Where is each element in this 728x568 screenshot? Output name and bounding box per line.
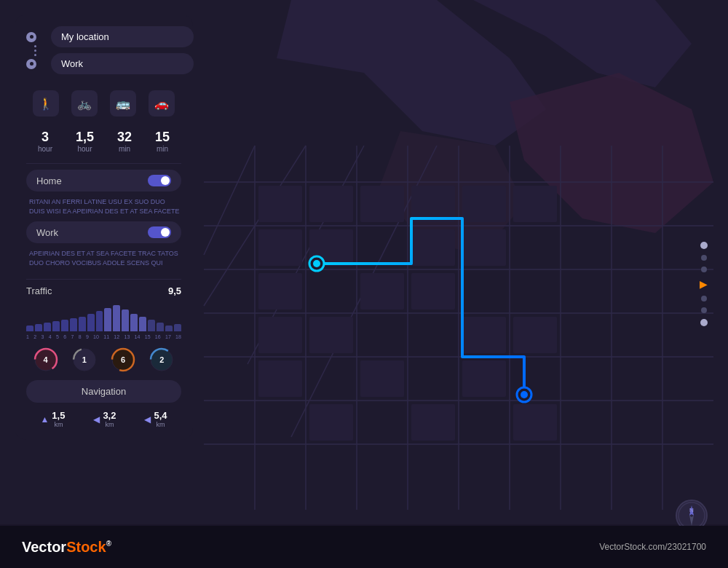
svg-rect-39 xyxy=(309,317,353,353)
dest-dot xyxy=(26,59,36,69)
bar-11 xyxy=(113,305,120,331)
walk-btn[interactable]: 🚶 xyxy=(33,90,59,117)
svg-text:N: N xyxy=(689,507,694,513)
duration-bus: 32 min xyxy=(117,130,132,153)
location-inputs-wrapper xyxy=(26,26,181,74)
bar-3 xyxy=(44,323,51,331)
circle-item-0: 4 xyxy=(33,347,59,373)
bar-label-15: 15 xyxy=(145,334,151,339)
traffic-row: Traffic 9,5 xyxy=(26,285,181,296)
bar-label-4: 4 xyxy=(49,334,52,339)
svg-rect-43 xyxy=(360,360,404,397)
side-dot-2[interactable] xyxy=(701,267,707,272)
bike-btn[interactable]: 🚲 xyxy=(71,90,98,117)
home-subtext: RITANI AN FERRI LATINE USU EX SUO DUO DU… xyxy=(26,196,181,221)
duration-bike: 1,5 hour xyxy=(76,130,94,153)
work-toggle-label: Work xyxy=(36,227,148,238)
duration-val-car: 15 xyxy=(155,130,170,145)
bar-4 xyxy=(52,321,60,331)
home-toggle-switch[interactable] xyxy=(148,175,171,186)
bar-7 xyxy=(79,317,86,331)
bar-8 xyxy=(87,314,95,331)
connector-dot-2 xyxy=(34,50,36,52)
svg-rect-46 xyxy=(411,404,455,441)
side-dot-0[interactable] xyxy=(700,242,708,249)
origin-dot xyxy=(26,32,36,42)
circle-item-2: 6 xyxy=(110,347,136,373)
duration-unit-bus: min xyxy=(117,145,132,153)
nav-dist-info-0: 1,5 km xyxy=(52,410,65,428)
bus-btn[interactable]: 🚌 xyxy=(110,90,136,117)
bottom-bar: VectorStock® VectorStock.com/23021700 xyxy=(0,526,728,568)
nav-dist-item-0: ▲ 1,5 km xyxy=(40,410,65,428)
bar-9 xyxy=(96,311,103,331)
svg-rect-42 xyxy=(258,360,302,397)
nav-dist-val-0: 1,5 xyxy=(52,410,65,421)
work-location-input[interactable] xyxy=(51,53,194,74)
svg-rect-45 xyxy=(309,404,353,441)
connector-dot-1 xyxy=(34,45,36,47)
work-toggle-row[interactable]: Work xyxy=(26,221,181,243)
my-location-input[interactable] xyxy=(51,26,194,47)
bar-2 xyxy=(35,324,42,331)
circle-num-3: 2 xyxy=(159,355,164,364)
bar-15 xyxy=(148,320,155,331)
svg-rect-33 xyxy=(411,229,455,266)
nav-dist-unit-1: km xyxy=(103,421,116,428)
svg-rect-25 xyxy=(258,186,302,222)
svg-rect-27 xyxy=(360,186,404,222)
svg-rect-44 xyxy=(462,360,506,397)
nav-dist-val-2: 5,4 xyxy=(154,410,167,421)
bar-label-14: 14 xyxy=(135,334,141,339)
circle-num-2: 6 xyxy=(121,355,125,364)
bar-label-8: 8 xyxy=(79,334,82,339)
bar-13 xyxy=(130,314,138,331)
work-toggle-switch[interactable] xyxy=(148,226,171,238)
home-toggle-label: Home xyxy=(36,175,148,186)
side-arrow[interactable]: ▶ xyxy=(700,278,708,290)
bar-label-3: 3 xyxy=(41,334,44,339)
svg-rect-30 xyxy=(513,186,557,222)
nav-dist-item-2: ◀ 5,4 km xyxy=(144,410,167,428)
duration-unit-car: min xyxy=(155,145,170,153)
svg-rect-29 xyxy=(462,186,506,222)
side-dot-1[interactable] xyxy=(701,255,707,261)
svg-point-49 xyxy=(313,260,320,267)
svg-rect-38 xyxy=(258,317,302,353)
side-dot-4[interactable] xyxy=(701,307,707,313)
duration-val-bike: 1,5 xyxy=(76,130,94,145)
bar-label-2: 2 xyxy=(33,334,36,339)
bar-17 xyxy=(165,326,173,331)
bar-chart-labels: 123456789101112131415161718 xyxy=(26,334,181,339)
bar-label-6: 6 xyxy=(63,334,66,339)
traffic-label: Traffic xyxy=(26,285,52,296)
nav-dist-info-1: 3,2 km xyxy=(103,410,116,428)
bar-label-13: 13 xyxy=(124,334,130,339)
bar-14 xyxy=(139,317,146,331)
duration-car: 15 min xyxy=(155,130,170,153)
side-dot-5[interactable] xyxy=(700,319,708,326)
location-dots-column xyxy=(26,32,44,69)
duration-unit-bike: hour xyxy=(76,145,94,153)
bar-label-16: 16 xyxy=(155,334,161,339)
nav-distances: ▲ 1,5 km ◀ 3,2 km ◀ 5,4 km xyxy=(26,410,181,428)
bar-18 xyxy=(174,324,181,331)
svg-rect-31 xyxy=(258,229,302,266)
home-toggle-row[interactable]: Home xyxy=(26,170,181,192)
divider-1 xyxy=(26,163,181,164)
nav-dist-info-2: 5,4 km xyxy=(154,410,167,428)
side-dot-3[interactable] xyxy=(701,296,707,301)
nav-dist-item-1: ◀ 3,2 km xyxy=(93,410,116,428)
side-controls: ▶ xyxy=(700,242,708,326)
sidebar: 🚶 🚲 🚌 🚗 3 hour 1,5 hour 32 min 15 min Ho… xyxy=(15,15,193,440)
navigation-button[interactable]: Navigation xyxy=(26,380,181,403)
bar-1 xyxy=(26,326,33,331)
nav-arrow-2: ◀ xyxy=(144,414,151,425)
car-btn[interactable]: 🚗 xyxy=(149,90,175,117)
bar-label-1: 1 xyxy=(26,334,29,339)
connector-dot-3 xyxy=(34,54,36,56)
brand-url: VectorStock.com/23021700 xyxy=(599,542,706,552)
bar-label-9: 9 xyxy=(86,334,89,339)
circle-item-1: 1 xyxy=(71,347,98,373)
transport-modes: 🚶 🚲 🚌 🚗 xyxy=(26,84,181,122)
